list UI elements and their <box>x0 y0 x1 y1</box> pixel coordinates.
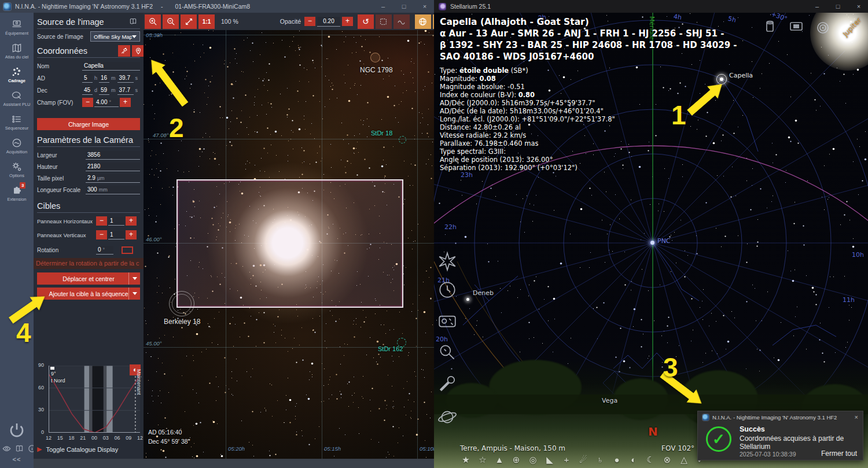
vpanels-input[interactable]: 1 <box>108 231 124 239</box>
load-image-button[interactable]: Charger Image <box>37 118 140 130</box>
vpanels-decrease-button[interactable]: − <box>96 230 107 239</box>
sidebar-item-sequenceur[interactable]: Séquenceur <box>0 113 34 137</box>
target-pointer-button[interactable] <box>815 20 831 38</box>
sidebar-item-options[interactable]: Options <box>0 161 34 184</box>
maximize-icon[interactable]: □ <box>400 3 407 10</box>
sky-survey-button[interactable] <box>415 14 431 29</box>
toggle-catalogue-display[interactable]: ▶ Toggle Catalogue Display <box>37 445 118 453</box>
fullscreen-icon[interactable]: △ <box>678 454 690 466</box>
sidebar-item-cadrage[interactable]: Cadrage <box>0 66 34 89</box>
source-label: Source de l'image <box>37 34 83 40</box>
slew-and-center-button[interactable]: Déplacer et centrer <box>37 272 140 285</box>
dec-label-45: 45.00° <box>146 340 162 347</box>
hpanels-input[interactable]: 1 <box>108 217 124 226</box>
crop-button-disabled[interactable] <box>376 14 392 29</box>
opacity-decrease-button[interactable]: − <box>304 17 315 26</box>
date-time-window-button[interactable] <box>437 279 460 303</box>
constellation-labels-icon[interactable]: ☆ <box>477 454 488 466</box>
sidebar-item-extension[interactable]: 3 Extension <box>0 185 34 208</box>
eye-icon[interactable] <box>2 444 11 453</box>
azimuthal-grid-icon[interactable]: ◎ <box>527 454 539 466</box>
fov-increase-button[interactable]: + <box>120 98 131 107</box>
opacity-input[interactable]: 0.20 <box>317 17 340 27</box>
ground-icon[interactable]: ◣ <box>544 454 556 466</box>
dec-seconds-input[interactable]: 37.7 <box>117 86 134 95</box>
sidebar-item-equipement[interactable]: Équipement <box>0 19 34 42</box>
vpanels-increase-button[interactable]: + <box>126 230 137 239</box>
ra-hours-input[interactable]: 5 <box>82 74 93 83</box>
atmosphere-icon[interactable]: ☄ <box>578 454 589 466</box>
hpanels-decrease-button[interactable]: − <box>96 216 107 226</box>
sidebar-collapse-button[interactable]: << <box>0 456 34 463</box>
cardinal-points-icon[interactable]: + <box>561 454 572 466</box>
camera-height-input[interactable]: 2180 <box>86 163 140 171</box>
planets-icon[interactable]: ♄ <box>594 454 606 466</box>
determine-rotation-button[interactable]: Déterminer la rotation à partir de la c <box>34 258 144 269</box>
pixel-size-input[interactable]: 2.9µm <box>86 174 140 183</box>
close-icon[interactable]: × <box>855 3 862 10</box>
opacity-increase-button[interactable]: + <box>342 17 353 26</box>
camera-height-row: Hauteur 2180 <box>37 162 140 171</box>
rotate-image-button[interactable]: ↺ <box>358 14 374 29</box>
flat-wizard-icon <box>11 90 23 101</box>
add-target-options-caret[interactable] <box>128 288 140 300</box>
rotation-sync-toggle[interactable] <box>122 246 133 254</box>
zoom-in-button[interactable] <box>145 14 161 29</box>
get-coordinates-from-planetarium-button[interactable] <box>132 45 144 57</box>
sky-viewing-options-button[interactable] <box>437 311 460 334</box>
dec-minutes-input[interactable]: 59 <box>99 86 109 95</box>
source-dropdown[interactable]: Offline Sky Map <box>90 31 140 42</box>
search-window-button[interactable] <box>437 342 460 365</box>
annotation-number-4: 4 <box>16 317 31 348</box>
mount-mode-icon[interactable]: ◐ <box>628 454 639 466</box>
book-icon[interactable] <box>15 444 24 453</box>
one-to-one-button[interactable]: 1:1 <box>198 14 215 29</box>
ra-seconds-input[interactable]: 39.7 <box>117 74 134 83</box>
dismiss-all-button[interactable]: Fermer tout <box>821 449 857 458</box>
telescope-icon <box>120 47 128 55</box>
alt-chart-xtick: 03 <box>101 435 111 441</box>
configuration-window-button[interactable] <box>437 373 460 396</box>
stellarium-sky-canvas[interactable]: Jupiter Méridien 23h 22h 21h 20h 2h 4h 5… <box>434 13 868 468</box>
close-icon[interactable]: × <box>421 3 428 10</box>
cursor-dec-readout: Dec 45° 59' 38" <box>148 438 190 445</box>
toast-close-icon[interactable]: × <box>855 414 858 421</box>
manual-book-icon[interactable] <box>128 17 138 25</box>
oculars-plugin-button[interactable] <box>762 19 778 37</box>
minimize-icon[interactable]: – <box>814 3 821 10</box>
constellation-lines-icon[interactable]: ★ <box>460 454 472 466</box>
sidebar-item-atlas-du-ciel[interactable]: Atlas du ciel <box>0 42 34 65</box>
annotate-button-disabled[interactable] <box>393 14 410 29</box>
center-object-icon[interactable]: ⊗ <box>661 454 673 466</box>
wave-icon <box>396 17 406 27</box>
zoom-out-icon <box>166 17 176 27</box>
fit-to-screen-button[interactable] <box>181 14 197 29</box>
hpanels-increase-button[interactable]: + <box>126 216 137 226</box>
equatorial-grid-icon[interactable]: ⊕ <box>510 454 522 466</box>
power-button[interactable] <box>8 421 26 440</box>
location-window-button[interactable] <box>437 251 460 274</box>
night-mode-icon[interactable]: ☾ <box>645 454 656 466</box>
constellation-art-icon[interactable]: ▲ <box>494 454 505 466</box>
maximize-icon[interactable]: □ <box>834 3 841 10</box>
camera-width-input[interactable]: 3856 <box>86 151 140 160</box>
add-target-to-sequence-button[interactable]: Ajouter la cible à la séquence <box>37 288 140 300</box>
minimize-icon[interactable]: – <box>380 3 387 10</box>
slew-telescope-icon-button[interactable] <box>118 45 130 57</box>
astronomical-calculations-button[interactable] <box>437 407 460 430</box>
fov-input[interactable]: 4.00° <box>94 98 119 107</box>
camera-framing-rectangle[interactable] <box>176 179 403 308</box>
screen-capture-button[interactable] <box>788 19 804 37</box>
imaging-icon <box>11 137 23 149</box>
ra-minutes-input[interactable]: 16 <box>99 74 109 83</box>
zoom-out-button[interactable] <box>163 14 179 29</box>
fov-decrease-button[interactable]: − <box>82 98 93 107</box>
focal-length-input[interactable]: 300mm <box>86 186 140 194</box>
sidebar-item-acquisition[interactable]: Acquisition <box>0 137 34 160</box>
target-name-input[interactable]: Capella <box>82 62 140 71</box>
slew-options-caret[interactable] <box>128 272 140 285</box>
sidebar-item-assistant-plu[interactable]: Assistant PLU <box>0 90 34 113</box>
deep-sky-objects-icon[interactable]: ● <box>611 454 623 466</box>
dec-degrees-input[interactable]: 45 <box>82 86 93 95</box>
rotation-input[interactable]: 0° <box>96 246 113 255</box>
